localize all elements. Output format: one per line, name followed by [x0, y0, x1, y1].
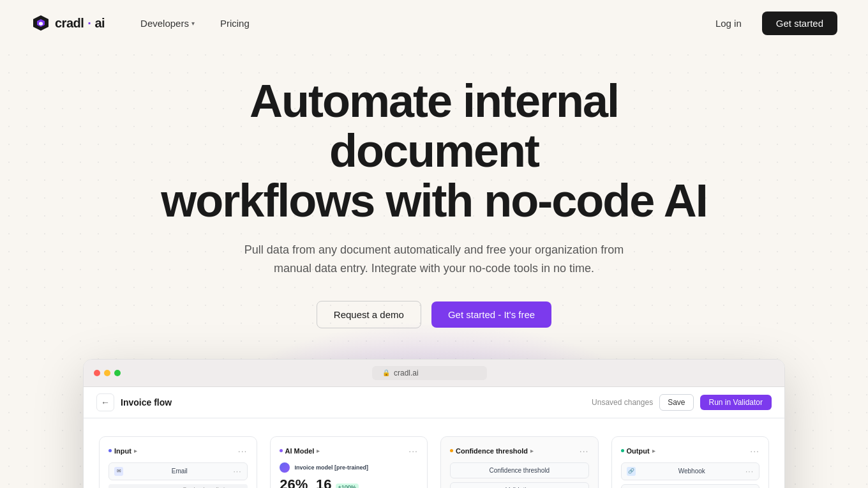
browser-dot-red: [94, 370, 100, 376]
model-stats: 26% Automation 16 +100% Documents: [280, 477, 419, 488]
browser-dot-yellow: [104, 370, 110, 376]
validation-field: Validation: [450, 482, 589, 488]
save-button[interactable]: Save: [659, 394, 693, 411]
logo-icon: [31, 13, 51, 33]
input-asterisk: ▸: [134, 448, 137, 454]
navigation: cradl·ai Developers ▾ Pricing Log in Get…: [0, 0, 868, 46]
browser-chrome-bar: 🔒 cradl.ai: [84, 360, 784, 387]
nav-link-pricing[interactable]: Pricing: [210, 13, 260, 34]
hero-subtitle: Pull data from any document automaticall…: [236, 241, 632, 278]
logo-text: cradl: [55, 16, 84, 31]
run-validator-button[interactable]: Run in Validator: [700, 395, 772, 410]
output-node-title: Output ▸: [621, 447, 655, 455]
input-node-header: Input ▸ ···: [108, 446, 248, 456]
hero-title-line1: Automate internal document: [250, 75, 618, 176]
screenshot-container: 🔒 cradl.ai ← Invoice flow Unsaved change…: [83, 359, 785, 488]
app-toolbar-right: Unsaved changes Save Run in Validator: [592, 394, 772, 411]
nav-link-pricing-label: Pricing: [220, 18, 250, 29]
nav-left: cradl·ai Developers ▾ Pricing: [31, 13, 260, 34]
dataset-badge: +100%: [336, 484, 359, 488]
browser-dot-green: [114, 370, 121, 376]
output-node: Output ▸ ··· 🔗 Webhook ··· Endpoint URL: [611, 436, 770, 488]
endpoint-row: Endpoint URL POST http://example_site.co…: [621, 484, 760, 488]
email-field: ✉ Email ···: [108, 462, 248, 480]
input-node: Input ▸ ··· ✉ Email ··· emeqmgp2qzy2554@…: [99, 436, 257, 488]
confidence-node: Confidence threshold ▸ ··· Confidence th…: [440, 436, 599, 488]
model-name: Invoice model [pre-trained]: [295, 464, 369, 471]
confidence-node-title: Confidence threshold ▸: [450, 447, 534, 455]
input-node-dot: [108, 449, 112, 452]
nav-link-developers-label: Developers: [140, 18, 189, 29]
output-arrow: ▸: [652, 448, 655, 454]
browser-url-bar: 🔒 cradl.ai: [128, 366, 731, 380]
webhook-field-options[interactable]: ···: [745, 467, 754, 476]
ai-model-node-title: AI Model ▸: [280, 447, 320, 455]
webhook-field: 🔗 Webhook ···: [621, 462, 760, 480]
app-toolbar-left: ← Invoice flow: [96, 393, 172, 411]
nav-links: Developers ▾ Pricing: [130, 13, 260, 34]
hero-wrapper: Automate internal document workflows wit…: [0, 46, 868, 488]
ai-model-arrow: ▸: [317, 448, 320, 454]
ai-model-node: AI Model ▸ ··· Invoice model [pre-traine…: [270, 436, 428, 488]
confidence-threshold-label: Confidence threshold: [456, 467, 583, 474]
confidence-node-options[interactable]: ···: [580, 446, 589, 456]
output-dot: [621, 449, 624, 452]
webhook-icon: 🔗: [627, 467, 636, 476]
output-title-text: Output: [627, 447, 650, 455]
login-button[interactable]: Log in: [705, 13, 752, 34]
confidence-dot: [450, 449, 453, 452]
email-field-options[interactable]: ···: [233, 467, 241, 476]
input-node-title: Input ▸: [108, 447, 137, 455]
model-icon: [280, 462, 290, 473]
back-button[interactable]: ←: [96, 393, 114, 411]
ai-model-node-header: AI Model ▸ ···: [280, 446, 419, 456]
confidence-threshold-field: Confidence threshold: [450, 462, 589, 478]
url-text: cradl.ai: [394, 369, 419, 377]
browser-dots: [94, 370, 121, 376]
ai-model-dot: [280, 449, 283, 452]
logo-dot: ·: [87, 16, 91, 31]
input-node-options-icon[interactable]: ···: [238, 446, 248, 456]
hero-section: Automate internal document workflows wit…: [0, 46, 868, 488]
automation-value: 26%: [280, 477, 309, 488]
url-display: 🔒 cradl.ai: [372, 366, 487, 380]
get-started-nav-button[interactable]: Get started: [762, 11, 837, 35]
logo[interactable]: cradl·ai: [31, 13, 105, 33]
unsaved-badge: Unsaved changes: [592, 398, 653, 407]
nav-right: Log in Get started: [705, 11, 837, 35]
confidence-title-text: Confidence threshold: [456, 447, 528, 455]
dataset-stat: 16 +100% Documents: [316, 477, 359, 488]
dataset-value: 16: [316, 477, 331, 488]
ai-model-title-text: AI Model: [285, 447, 315, 455]
confidence-arrow: ▸: [530, 448, 534, 454]
lock-icon: 🔒: [382, 369, 390, 376]
flow-canvas: Input ▸ ··· ✉ Email ··· emeqmgp2qzy2554@…: [84, 418, 784, 488]
webhook-label: Webhook: [638, 468, 745, 475]
email-icon: ✉: [114, 467, 123, 476]
email-value: emeqmgp2qzy2554@upload.cradl.ai: [108, 484, 248, 488]
get-started-hero-button[interactable]: Get started - It's free: [431, 301, 551, 328]
output-node-options[interactable]: ···: [750, 446, 760, 456]
chevron-down-icon: ▾: [191, 20, 195, 27]
hero-title: Automate internal document workflows wit…: [147, 77, 721, 225]
automation-stat: 26% Automation: [280, 477, 309, 488]
flow-title: Invoice flow: [121, 397, 172, 408]
dataset-row: 16 +100%: [316, 477, 359, 488]
logo-ai: ai: [94, 16, 105, 31]
model-name-row: Invoice model [pre-trained]: [280, 462, 419, 473]
browser-mockup: 🔒 cradl.ai ← Invoice flow Unsaved change…: [83, 359, 785, 488]
ai-model-options-icon[interactable]: ···: [408, 446, 418, 456]
confidence-node-header: Confidence threshold ▸ ···: [450, 446, 589, 456]
cta-buttons: Request a demo Get started - It's free: [317, 301, 551, 328]
email-label: Email: [126, 468, 233, 475]
request-demo-button[interactable]: Request a demo: [317, 301, 421, 328]
hero-title-line2: workflows with no-code AI: [161, 175, 707, 226]
app-toolbar: ← Invoice flow Unsaved changes Save Run …: [84, 387, 784, 418]
output-node-header: Output ▸ ···: [621, 446, 760, 456]
input-title-text: Input: [114, 447, 131, 455]
nav-link-developers[interactable]: Developers ▾: [130, 13, 205, 34]
